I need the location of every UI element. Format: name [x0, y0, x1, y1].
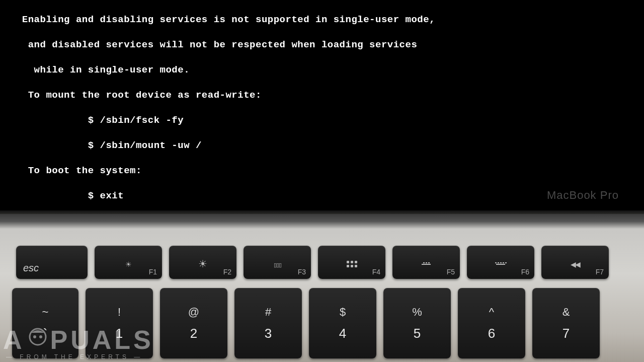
key-symbol: !: [118, 306, 121, 319]
launchpad-icon: [347, 261, 357, 267]
f2-key[interactable]: F2: [169, 246, 236, 279]
6-key[interactable]: ^ 6: [458, 288, 525, 358]
terminal-line: To boot the system:: [10, 165, 644, 177]
number-key-row: ~ ` ! 1 @ 2 # 3 $ 4 % 5 ^ 6 & 7: [12, 288, 600, 358]
4-key[interactable]: $ 4: [309, 288, 376, 358]
2-key[interactable]: @ 2: [160, 288, 227, 358]
key-char: 2: [190, 326, 197, 341]
terminal-line: $ /sbin/fsck -fy: [10, 114, 644, 127]
brightness-up-icon: [198, 259, 207, 269]
function-key-row: esc F1 F2 F3 F4 F5 F6 F7: [16, 246, 609, 279]
f4-key[interactable]: F4: [318, 246, 385, 279]
key-symbol: #: [265, 306, 271, 319]
key-char: 7: [562, 326, 570, 341]
esc-key[interactable]: esc: [16, 246, 88, 279]
keyboard-brightness-down-icon: [422, 262, 431, 265]
f1-key[interactable]: F1: [95, 246, 162, 279]
f7-label: F7: [596, 268, 604, 276]
terminal-line: Enabling and disabling services is not s…: [10, 14, 644, 26]
key-symbol: %: [412, 306, 422, 319]
terminal-screen: Enabling and disabling services is not s…: [0, 0, 644, 211]
f5-key[interactable]: F5: [392, 246, 460, 279]
key-symbol: ^: [489, 306, 494, 319]
brand-pro: Pro: [600, 189, 619, 201]
keyboard-brightness-up-icon: [495, 262, 507, 265]
f1-label: F1: [149, 268, 157, 276]
key-char: 6: [488, 326, 495, 341]
key-symbol: &: [562, 306, 570, 319]
key-char: `: [43, 326, 48, 341]
key-char: 4: [339, 326, 346, 341]
key-char: 1: [116, 326, 123, 341]
5-key[interactable]: % 5: [383, 288, 451, 358]
brightness-down-icon: [125, 259, 132, 268]
7-key[interactable]: & 7: [532, 288, 600, 358]
key-char: 3: [265, 326, 272, 341]
laptop-model-label: MacBook Pro: [547, 189, 619, 202]
rewind-icon: [571, 259, 580, 268]
f7-key[interactable]: F7: [541, 246, 609, 279]
f2-label: F2: [223, 268, 231, 276]
key-symbol: ~: [42, 306, 49, 319]
f6-label: F6: [521, 268, 529, 276]
f5-label: F5: [447, 268, 455, 276]
key-symbol: $: [340, 306, 346, 319]
terminal-line: and disabled services will not be respec…: [10, 39, 644, 51]
mission-control-icon: [274, 259, 281, 268]
f3-label: F3: [298, 268, 306, 276]
f6-key[interactable]: F6: [467, 246, 534, 279]
key-char: 5: [414, 326, 421, 341]
f4-label: F4: [372, 268, 380, 276]
terminal-line: $ /sbin/mount -uw /: [10, 139, 644, 152]
terminal-line: To mount the root device as read-write:: [10, 89, 644, 102]
tilde-key[interactable]: ~ `: [12, 288, 78, 358]
1-key[interactable]: ! 1: [86, 288, 153, 358]
3-key[interactable]: # 3: [234, 288, 302, 358]
key-symbol: @: [188, 306, 199, 319]
f3-key[interactable]: F3: [244, 246, 311, 279]
esc-label: esc: [23, 262, 39, 274]
brand-macbook: MacBook: [547, 189, 597, 201]
terminal-line: while in single-user mode.: [10, 64, 644, 77]
